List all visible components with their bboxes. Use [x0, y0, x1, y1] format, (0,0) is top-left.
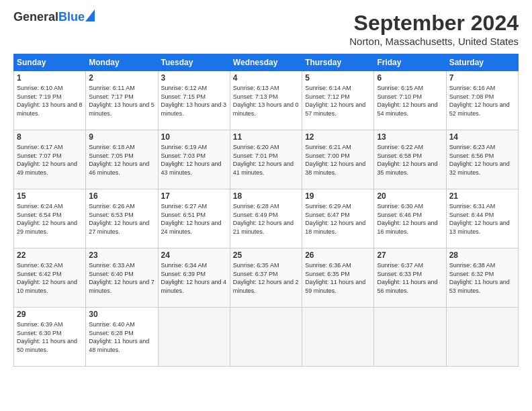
sunrise-label: Sunrise: 6:36 AM	[305, 262, 351, 269]
sunrise-label: Sunrise: 6:11 AM	[89, 85, 135, 91]
table-row: 26 Sunrise: 6:36 AM Sunset: 6:35 PM Dayl…	[302, 248, 374, 308]
svg-marker-0	[85, 9, 95, 21]
location: Norton, Massachusetts, United States	[349, 36, 519, 47]
day-info: Sunrise: 6:12 AM Sunset: 7:15 PM Dayligh…	[161, 84, 227, 118]
daylight-label: Daylight: 12 hours and 46 minutes.	[89, 161, 149, 176]
sunset-label: Sunset: 7:12 PM	[305, 93, 350, 100]
col-saturday: Saturday	[446, 54, 518, 71]
table-row	[158, 308, 230, 367]
sunrise-label: Sunrise: 6:31 AM	[449, 203, 496, 210]
daylight-label: Daylight: 12 hours and 32 minutes.	[449, 161, 510, 176]
sunset-label: Sunset: 7:17 PM	[89, 93, 134, 100]
day-number: 28	[449, 250, 515, 260]
sunset-label: Sunset: 6:46 PM	[377, 212, 422, 218]
daylight-label: Daylight: 12 hours and 52 minutes.	[449, 101, 510, 117]
daylight-label: Daylight: 12 hours and 41 minutes.	[233, 161, 294, 176]
daylight-label: Daylight: 13 hours and 0 minutes.	[233, 101, 299, 117]
day-number: 5	[305, 73, 371, 83]
day-number: 20	[377, 191, 443, 201]
daylight-label: Daylight: 12 hours and 49 minutes.	[17, 161, 77, 176]
daylight-label: Daylight: 12 hours and 54 minutes.	[377, 101, 437, 117]
col-tuesday: Tuesday	[158, 54, 230, 71]
table-row: 10 Sunrise: 6:19 AM Sunset: 7:03 PM Dayl…	[158, 130, 230, 189]
sunrise-label: Sunrise: 6:14 AM	[305, 85, 351, 91]
logo-general: General	[13, 10, 58, 24]
day-number: 27	[377, 250, 443, 260]
daylight-label: Daylight: 12 hours and 21 minutes.	[233, 220, 294, 235]
day-info: Sunrise: 6:32 AM Sunset: 6:42 PM Dayligh…	[17, 261, 83, 295]
day-info: Sunrise: 6:18 AM Sunset: 7:05 PM Dayligh…	[89, 143, 154, 177]
day-number: 6	[377, 73, 443, 83]
day-number: 1	[17, 73, 83, 83]
table-row: 9 Sunrise: 6:18 AM Sunset: 7:05 PM Dayli…	[86, 130, 158, 189]
month-title: September 2024	[349, 11, 519, 36]
sunset-label: Sunset: 6:47 PM	[305, 212, 350, 218]
sunrise-label: Sunrise: 6:26 AM	[89, 203, 135, 210]
calendar-week-row: 22 Sunrise: 6:32 AM Sunset: 6:42 PM Dayl…	[14, 248, 519, 308]
table-row: 27 Sunrise: 6:37 AM Sunset: 6:33 PM Dayl…	[374, 248, 446, 308]
sunrise-label: Sunrise: 6:33 AM	[89, 262, 135, 269]
daylight-label: Daylight: 12 hours and 13 minutes.	[449, 220, 510, 235]
sunset-label: Sunset: 6:56 PM	[449, 152, 494, 159]
day-info: Sunrise: 6:27 AM Sunset: 6:51 PM Dayligh…	[161, 202, 227, 236]
sunset-label: Sunset: 6:40 PM	[89, 271, 134, 277]
logo-blue: Blue	[58, 10, 85, 24]
day-info: Sunrise: 6:23 AM Sunset: 6:56 PM Dayligh…	[449, 143, 515, 177]
day-number: 9	[89, 132, 154, 142]
daylight-label: Daylight: 12 hours and 27 minutes.	[89, 220, 149, 235]
title-block: September 2024 Norton, Massachusetts, Un…	[349, 11, 519, 47]
daylight-label: Daylight: 12 hours and 18 minutes.	[305, 220, 365, 235]
table-row: 29 Sunrise: 6:39 AM Sunset: 6:30 PM Dayl…	[14, 308, 86, 367]
sunset-label: Sunset: 6:42 PM	[17, 271, 62, 277]
daylight-label: Daylight: 12 hours and 7 minutes.	[89, 279, 154, 294]
sunrise-label: Sunrise: 6:21 AM	[305, 144, 351, 150]
day-info: Sunrise: 6:39 AM Sunset: 6:30 PM Dayligh…	[17, 320, 83, 354]
day-number: 17	[161, 191, 227, 201]
table-row	[374, 308, 446, 367]
day-number: 16	[89, 191, 154, 201]
table-row	[302, 308, 374, 367]
sunrise-label: Sunrise: 6:22 AM	[377, 144, 423, 150]
sunrise-label: Sunrise: 6:27 AM	[161, 203, 208, 210]
day-number: 14	[449, 132, 515, 142]
table-row: 21 Sunrise: 6:31 AM Sunset: 6:44 PM Dayl…	[446, 189, 518, 248]
day-number: 26	[305, 250, 371, 260]
day-info: Sunrise: 6:17 AM Sunset: 7:07 PM Dayligh…	[17, 143, 83, 177]
sunset-label: Sunset: 7:01 PM	[233, 152, 278, 159]
sunrise-label: Sunrise: 6:32 AM	[17, 262, 63, 269]
table-row: 3 Sunrise: 6:12 AM Sunset: 7:15 PM Dayli…	[158, 71, 230, 130]
page: GeneralBlue September 2024 Norton, Massa…	[0, 0, 532, 411]
table-row	[446, 308, 518, 367]
daylight-label: Daylight: 12 hours and 35 minutes.	[377, 161, 437, 176]
day-info: Sunrise: 6:40 AM Sunset: 6:28 PM Dayligh…	[89, 320, 154, 354]
day-info: Sunrise: 6:10 AM Sunset: 7:19 PM Dayligh…	[17, 84, 83, 118]
day-number: 19	[305, 191, 371, 201]
sunrise-label: Sunrise: 6:34 AM	[161, 262, 208, 269]
table-row: 7 Sunrise: 6:16 AM Sunset: 7:08 PM Dayli…	[446, 71, 518, 130]
sunset-label: Sunset: 7:00 PM	[305, 152, 350, 159]
calendar-week-row: 1 Sunrise: 6:10 AM Sunset: 7:19 PM Dayli…	[14, 71, 519, 130]
sunrise-label: Sunrise: 6:29 AM	[305, 203, 351, 210]
day-number: 18	[233, 191, 299, 201]
sunset-label: Sunset: 6:37 PM	[233, 271, 278, 277]
day-info: Sunrise: 6:22 AM Sunset: 6:58 PM Dayligh…	[377, 143, 443, 177]
day-info: Sunrise: 6:30 AM Sunset: 6:46 PM Dayligh…	[377, 202, 443, 236]
day-info: Sunrise: 6:34 AM Sunset: 6:39 PM Dayligh…	[161, 261, 227, 295]
day-info: Sunrise: 6:36 AM Sunset: 6:35 PM Dayligh…	[305, 261, 371, 295]
table-row: 16 Sunrise: 6:26 AM Sunset: 6:53 PM Dayl…	[86, 189, 158, 248]
table-row: 1 Sunrise: 6:10 AM Sunset: 7:19 PM Dayli…	[14, 71, 86, 130]
logo-icon	[85, 9, 95, 21]
sunrise-label: Sunrise: 6:38 AM	[449, 262, 496, 269]
table-row: 13 Sunrise: 6:22 AM Sunset: 6:58 PM Dayl…	[374, 130, 446, 189]
daylight-label: Daylight: 12 hours and 29 minutes.	[17, 220, 77, 235]
col-thursday: Thursday	[302, 54, 374, 71]
table-row: 22 Sunrise: 6:32 AM Sunset: 6:42 PM Dayl…	[14, 248, 86, 308]
day-info: Sunrise: 6:31 AM Sunset: 6:44 PM Dayligh…	[449, 202, 515, 236]
sunrise-label: Sunrise: 6:37 AM	[377, 262, 423, 269]
day-info: Sunrise: 6:20 AM Sunset: 7:01 PM Dayligh…	[233, 143, 299, 177]
col-wednesday: Wednesday	[230, 54, 302, 71]
day-number: 13	[377, 132, 443, 142]
day-info: Sunrise: 6:14 AM Sunset: 7:12 PM Dayligh…	[305, 84, 371, 118]
daylight-label: Daylight: 12 hours and 24 minutes.	[161, 220, 222, 235]
day-number: 15	[17, 191, 83, 201]
